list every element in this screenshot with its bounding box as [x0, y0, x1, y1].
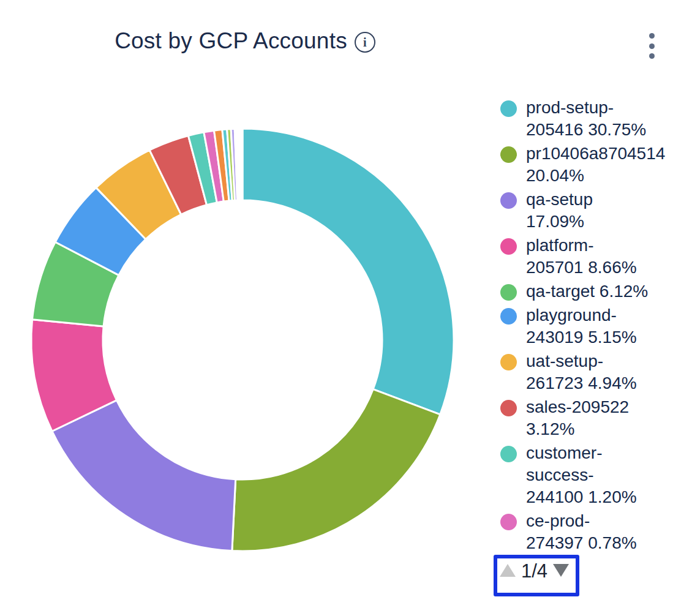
pie-slice[interactable]	[232, 389, 440, 551]
legend-swatch	[500, 100, 517, 117]
legend-item[interactable]: platform-205701 8.66%	[500, 235, 692, 279]
pie-slice[interactable]	[52, 400, 236, 551]
legend-item[interactable]: uat-setup-261723 4.94%	[500, 350, 692, 394]
chart-header: Cost by GCP Accounts i	[0, 28, 490, 54]
info-circle-icon[interactable]: i	[355, 32, 375, 53]
page-up-triangle-icon[interactable]	[500, 564, 516, 577]
legend-label: playground-243019 5.15%	[526, 304, 637, 348]
legend-item[interactable]: qa-setup17.09%	[500, 189, 692, 233]
page-down-triangle-icon[interactable]	[553, 564, 569, 577]
pie-slice[interactable]	[236, 129, 243, 200]
legend-label: qa-target 6.12%	[526, 280, 648, 302]
legend-item[interactable]: ce-prod-274397 0.78%	[500, 510, 692, 554]
donut-svg	[16, 113, 472, 569]
legend-label: platform-205701 8.66%	[526, 235, 637, 279]
chart-legend: prod-setup-205416 30.75%pr10406a87045142…	[500, 97, 692, 554]
legend-item[interactable]: pr10406a870451420.04%	[500, 143, 692, 187]
page-title: Cost by GCP Accounts	[115, 28, 347, 54]
legend-swatch	[500, 284, 517, 301]
legend-swatch	[500, 514, 517, 530]
legend-label: customer-success-244100 1.20%	[526, 442, 637, 508]
legend-label: qa-setup17.09%	[526, 189, 593, 233]
pager-page-label: 1/4	[521, 560, 547, 580]
kebab-menu-icon	[649, 43, 655, 49]
legend-swatch	[500, 354, 517, 370]
legend-swatch	[500, 400, 517, 416]
legend-item[interactable]: sales-2095223.12%	[500, 396, 692, 440]
kebab-menu-icon	[649, 53, 655, 59]
legend-swatch	[500, 192, 517, 209]
legend-swatch	[500, 238, 517, 255]
legend-item[interactable]: prod-setup-205416 30.75%	[500, 97, 692, 141]
legend-label: ce-prod-274397 0.78%	[526, 510, 637, 554]
legend-label: pr10406a870451420.04%	[526, 143, 665, 187]
legend-swatch	[500, 446, 517, 462]
legend-swatch	[500, 146, 517, 163]
donut-chart	[16, 113, 472, 569]
pie-slice[interactable]	[243, 129, 454, 415]
legend-item[interactable]: qa-target 6.12%	[500, 280, 692, 302]
legend-label: uat-setup-261723 4.94%	[526, 350, 637, 394]
legend-label: sales-2095223.12%	[526, 396, 629, 440]
widget-menu-button[interactable]	[644, 32, 660, 60]
chart-card: Cost by GCP Accounts i prod-setup-205416…	[0, 0, 692, 616]
legend-swatch	[500, 308, 517, 325]
legend-item[interactable]: customer-success-244100 1.20%	[500, 442, 692, 508]
legend-label: prod-setup-205416 30.75%	[526, 97, 646, 141]
legend-item[interactable]: playground-243019 5.15%	[500, 304, 692, 348]
highlight-box: 1/4	[494, 555, 579, 596]
kebab-menu-icon	[649, 33, 655, 39]
legend-pager: 1/4	[497, 558, 576, 580]
